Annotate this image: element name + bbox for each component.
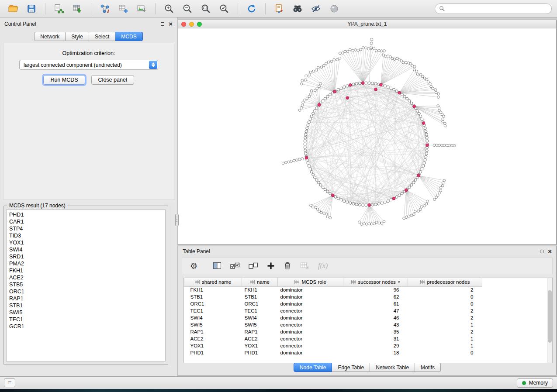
column-header-predecessor-nodes[interactable]: predecessor nodes [408, 278, 482, 286]
folder-icon [8, 3, 18, 14]
refresh-button[interactable] [244, 2, 259, 16]
zoom-selected-button[interactable] [216, 2, 232, 16]
float-table-panel-button[interactable] [540, 250, 543, 253]
table-row[interactable]: TEC1 TEC1 connector 47 2 [184, 307, 482, 314]
select-all-rows-icon[interactable] [230, 261, 240, 271]
list-item[interactable]: PHD1 [9, 211, 163, 218]
table-row[interactable]: PHD1 PHD1 dominator 18 0 [184, 349, 482, 356]
control-panel-tabs: Network Style Select MCDS [0, 32, 177, 41]
import-table-button[interactable] [69, 2, 85, 16]
criterion-dropdown[interactable]: largest connected component (undirected) [19, 60, 158, 70]
list-item[interactable]: SWI5 [9, 309, 163, 316]
dropdown-stepper-icon [149, 61, 157, 69]
list-item[interactable]: TEC1 [9, 316, 163, 323]
list-item[interactable]: SWI4 [9, 246, 163, 253]
table-row[interactable]: STB1 STB1 dominator 62 0 [184, 293, 482, 300]
desktop-background-strip [0, 389, 557, 392]
eye-slash-icon [311, 3, 321, 14]
list-item[interactable]: TID3 [9, 232, 163, 239]
table-scrollbar-thumb[interactable] [548, 290, 552, 343]
column-header-shared-name[interactable]: shared name [184, 278, 242, 286]
panel-splitter-handle[interactable] [175, 214, 179, 226]
table-settings-gear-icon[interactable]: ⚙ [190, 262, 197, 270]
add-column-icon[interactable] [266, 261, 275, 270]
list-item[interactable]: STB5 [9, 281, 163, 288]
close-panel-button-2[interactable]: Close panel [91, 75, 134, 85]
deselect-all-rows-icon[interactable] [248, 261, 259, 271]
table-row[interactable]: FKH1 FKH1 dominator 96 2 [184, 286, 482, 293]
column-grid-icon [420, 280, 425, 284]
tab-motifs[interactable]: Motifs [415, 363, 441, 372]
search-box[interactable] [435, 3, 552, 14]
table-panel-title: Table Panel [183, 248, 210, 254]
criterion-value: largest connected component (undirected) [24, 62, 122, 68]
tab-network-table[interactable]: Network Table [370, 363, 415, 372]
tab-mcds[interactable]: MCDS [115, 32, 142, 41]
search-input[interactable] [447, 6, 547, 12]
table-row[interactable]: RAP1 RAP1 dominator 35 2 [184, 328, 482, 335]
network-window-titlebar[interactable]: YPA_prune.txt_1 [178, 20, 556, 28]
column-header-successor-nodes[interactable]: successor nodes▾ [343, 278, 408, 286]
sort-descending-icon: ▾ [398, 280, 400, 284]
table-row[interactable]: SWI5 SWI5 connector 43 1 [184, 321, 482, 328]
list-item[interactable]: ACE2 [9, 274, 163, 281]
hide-details-button[interactable] [308, 2, 324, 16]
list-item[interactable]: PMA2 [9, 260, 163, 267]
task-history-button[interactable]: ≡ [4, 378, 15, 387]
maximize-window-button[interactable] [197, 22, 202, 27]
node-table: shared name name MCDS role successor nod… [184, 278, 482, 356]
close-table-panel-button[interactable]: × [548, 249, 552, 254]
list-item[interactable]: SRD1 [9, 253, 163, 260]
list-item[interactable]: ORC1 [9, 288, 163, 295]
minimize-window-button[interactable] [189, 22, 194, 27]
mcds-result-list[interactable]: PHD1CAR1STP4TID3YOX1SWI4SRD1PMA2FKH1ACE2… [6, 210, 166, 361]
close-panel-button[interactable]: × [169, 22, 173, 26]
list-item[interactable]: YOX1 [9, 239, 163, 246]
memory-button[interactable]: Memory [517, 378, 553, 388]
toolbar-separator [238, 3, 238, 14]
table-row[interactable]: YOX1 YOX1 connector 29 1 [184, 342, 482, 349]
column-header-name[interactable]: name [242, 278, 278, 286]
table-row[interactable]: ORC1 ORC1 dominator 61 0 [184, 300, 482, 307]
zoom-in-button[interactable] [161, 2, 177, 16]
binoculars-icon [292, 3, 303, 14]
network-window-title: YPA_prune.txt_1 [178, 21, 556, 27]
run-mcds-button[interactable]: Run MCDS [43, 75, 85, 85]
open-session-button[interactable] [5, 2, 21, 16]
table-scrollbar[interactable] [547, 278, 552, 363]
zoom-fit-button[interactable] [198, 2, 214, 16]
share-document-button[interactable] [271, 2, 287, 16]
memory-label: Memory [529, 380, 548, 386]
column-grid-icon [195, 280, 200, 284]
show-details-button[interactable] [326, 2, 342, 16]
tab-network[interactable]: Network [34, 32, 66, 41]
tab-edge-table[interactable]: Edge Table [332, 363, 370, 372]
new-table-button[interactable] [115, 2, 131, 16]
find-button[interactable] [290, 2, 305, 16]
column-header-mcds-role[interactable]: MCDS role [278, 278, 343, 286]
import-network-button[interactable] [51, 2, 67, 16]
save-session-button[interactable] [24, 2, 39, 16]
tab-select[interactable]: Select [89, 32, 115, 41]
export-image-button[interactable] [134, 2, 149, 16]
table-row[interactable]: SWI4 SWI4 dominator 46 2 [184, 314, 482, 321]
column-visibility-icon[interactable] [212, 261, 222, 271]
list-item[interactable]: STP4 [9, 225, 163, 232]
tab-node-table[interactable]: Node Table [294, 363, 332, 372]
list-item[interactable]: STB1 [9, 302, 163, 309]
delete-table-icon-disabled [300, 261, 310, 271]
close-window-button[interactable] [181, 22, 186, 27]
list-item[interactable]: GCR1 [9, 323, 163, 330]
new-network-button[interactable] [97, 2, 113, 16]
table-row[interactable]: ACE2 ACE2 connector 31 1 [184, 335, 482, 342]
list-item[interactable]: FKH1 [9, 267, 163, 274]
delete-column-icon[interactable] [283, 261, 292, 271]
list-item[interactable]: CAR1 [9, 218, 163, 225]
list-item[interactable]: RAP1 [9, 295, 163, 302]
tab-style[interactable]: Style [66, 32, 89, 41]
float-panel-button[interactable] [161, 22, 164, 26]
zoom-out-button[interactable] [180, 2, 195, 16]
mcds-result-group: MCDS result (17 nodes) PHD1CAR1STP4TID3Y… [3, 203, 168, 365]
zoom-in-icon [164, 3, 174, 14]
network-canvas[interactable] [178, 28, 556, 244]
